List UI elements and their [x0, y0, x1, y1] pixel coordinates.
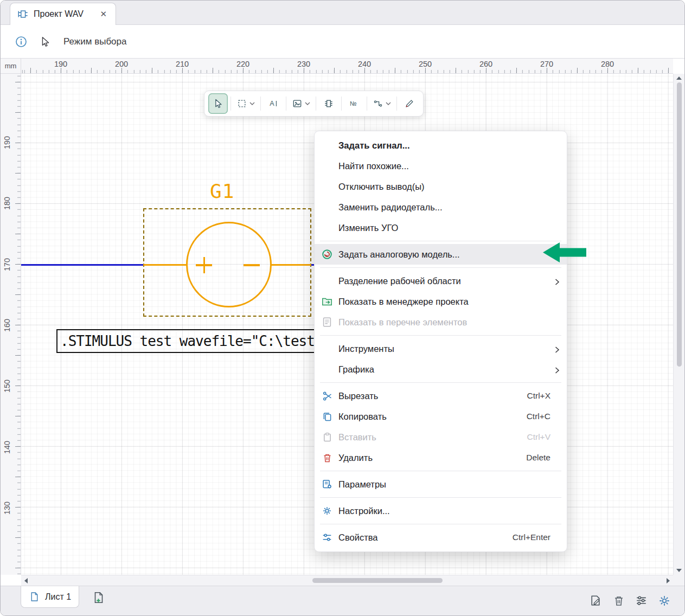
horizontal-scrollbar[interactable] [21, 575, 673, 586]
settings-gear-button[interactable] [657, 593, 671, 608]
toolbar-separator [396, 97, 397, 111]
numbering-icon: № [348, 98, 360, 110]
h-ruler-label: 230 [297, 60, 310, 68]
scroll-right-icon[interactable] [667, 578, 670, 583]
menu-item-label: Задать аналоговую модель... [338, 249, 550, 260]
dashed-rect-icon [236, 98, 248, 110]
v-ruler-label: 170 [3, 258, 11, 271]
toolbar-separator [316, 97, 316, 111]
cursor-icon [212, 98, 224, 110]
select-tool[interactable] [208, 93, 228, 114]
image-tool[interactable] [289, 93, 313, 114]
status-bar: Лист 1 [1, 586, 684, 615]
info-icon[interactable] [15, 35, 28, 48]
stimulus-text-box[interactable]: .STIMULUS test wavefile="C:\test.w [56, 329, 330, 353]
document-tab[interactable]: Проект WAV ✕ [10, 3, 116, 25]
main-toolbar: Режим выбора [1, 25, 684, 59]
add-sheet-button[interactable] [92, 591, 106, 605]
area-select-tool[interactable] [234, 93, 258, 114]
icon-spacer [320, 221, 334, 234]
net-tool[interactable] [370, 93, 394, 114]
submenu-chevron-icon [555, 278, 560, 285]
menu-item-10: Показать в перечне элементов [315, 312, 567, 332]
wire-left[interactable] [21, 264, 143, 266]
menu-separator [320, 335, 561, 336]
menu-item-4[interactable]: Изменить УГО [315, 217, 567, 238]
h-ruler-label: 210 [176, 60, 189, 68]
menu-item-label: Задать сигнал... [338, 140, 550, 151]
chevron-down-icon[interactable] [305, 101, 311, 106]
tab-bar: Проект WAV ✕ [1, 1, 684, 25]
scroll-down-icon[interactable] [676, 569, 682, 572]
text-tool[interactable]: A [264, 93, 283, 114]
v-ruler-label: 190 [3, 136, 11, 149]
chevron-down-icon[interactable] [249, 101, 255, 106]
tab-close-icon[interactable]: ✕ [98, 8, 109, 20]
menu-item-20[interactable]: Параметры [315, 474, 567, 495]
h-ruler-label: 250 [419, 60, 432, 68]
submenu-chevron-icon [555, 366, 560, 373]
icon-spacer [320, 139, 334, 152]
menu-item-22[interactable]: Настройки... [315, 501, 567, 521]
menu-item-3[interactable]: Заменить радиодеталь... [315, 197, 567, 217]
icon-spacer [320, 274, 334, 287]
tab-title: Проект WAV [34, 9, 93, 19]
sheet-tab[interactable]: Лист 1 [21, 586, 79, 608]
vertical-scrollbar[interactable] [673, 74, 684, 575]
horizontal-ruler: 190200210220230240250260270280 [21, 59, 673, 74]
folder-icon [320, 295, 334, 308]
menu-item-2[interactable]: Отключить вывод(ы) [315, 176, 567, 197]
scroll-up-icon[interactable] [676, 76, 682, 80]
menu-item-6[interactable]: Задать аналоговую модель... [315, 244, 567, 265]
edit-document-button[interactable] [588, 593, 603, 608]
icon-spacer [320, 201, 334, 214]
filter-sliders-button[interactable] [634, 593, 649, 608]
select-mode-cursor-icon [39, 35, 52, 48]
menu-item-8[interactable]: Разделение рабочей области [315, 271, 567, 291]
menu-item-label: Копировать [338, 412, 527, 422]
scroll-left-icon[interactable] [24, 578, 28, 583]
delete-button[interactable] [611, 593, 626, 608]
menu-item-15[interactable]: ВырезатьCtrl+X [315, 386, 567, 406]
schematic-doc-icon [17, 8, 29, 20]
component-designator[interactable]: G1 [210, 180, 234, 202]
menu-item-0[interactable]: Задать сигнал... [315, 135, 567, 156]
numbering-tool[interactable]: № [344, 93, 364, 114]
component-tool[interactable] [319, 93, 338, 114]
menu-item-label: Инструменты [338, 344, 550, 354]
component-lead-left[interactable] [143, 264, 188, 266]
component-lead-right[interactable] [270, 264, 311, 266]
horizontal-scroll-thumb[interactable] [312, 578, 443, 583]
menu-item-18[interactable]: УдалитьDelete [315, 447, 567, 468]
menu-item-9[interactable]: Показать в менеджере проекта [315, 291, 567, 312]
menu-item-label: Свойства [338, 532, 513, 543]
icon-spacer [320, 342, 334, 355]
menu-item-label: Параметры [338, 479, 550, 490]
menu-item-label: Настройки... [338, 506, 550, 516]
trash-icon [320, 451, 334, 464]
menu-item-24[interactable]: СвойстваCtrl+Enter [315, 527, 567, 548]
toolbar-separator [341, 97, 342, 111]
ruler-unit-box: mm [1, 59, 21, 74]
submenu-chevron-icon [555, 345, 560, 352]
menu-item-12[interactable]: Инструменты [315, 338, 567, 359]
schematic-canvas[interactable]: A№ G1 .STIMULUS test wavefile="C:\test.w… [21, 74, 673, 575]
vertical-scroll-thumb[interactable] [677, 82, 682, 367]
menu-separator [320, 497, 561, 498]
floating-toolbar: A№ [204, 91, 424, 117]
menu-item-13[interactable]: Графика [315, 359, 567, 380]
menu-item-label: Заменить радиодеталь... [338, 202, 550, 213]
h-ruler-label: 220 [236, 60, 249, 68]
copy-icon [320, 410, 334, 423]
sheet-tab-label: Лист 1 [45, 592, 71, 602]
menu-item-16[interactable]: КопироватьCtrl+C [315, 406, 567, 427]
menu-item-label: Изменить УГО [338, 223, 550, 233]
h-ruler-label: 280 [601, 60, 614, 68]
menu-separator [320, 267, 561, 268]
probe-tool[interactable] [400, 93, 419, 114]
menu-item-label: Найти похожие... [338, 161, 550, 171]
menu-item-1[interactable]: Найти похожие... [315, 156, 567, 176]
svg-text:A: A [270, 100, 274, 107]
chevron-down-icon[interactable] [386, 101, 392, 106]
menu-item-shortcut: Ctrl+V [527, 432, 551, 442]
